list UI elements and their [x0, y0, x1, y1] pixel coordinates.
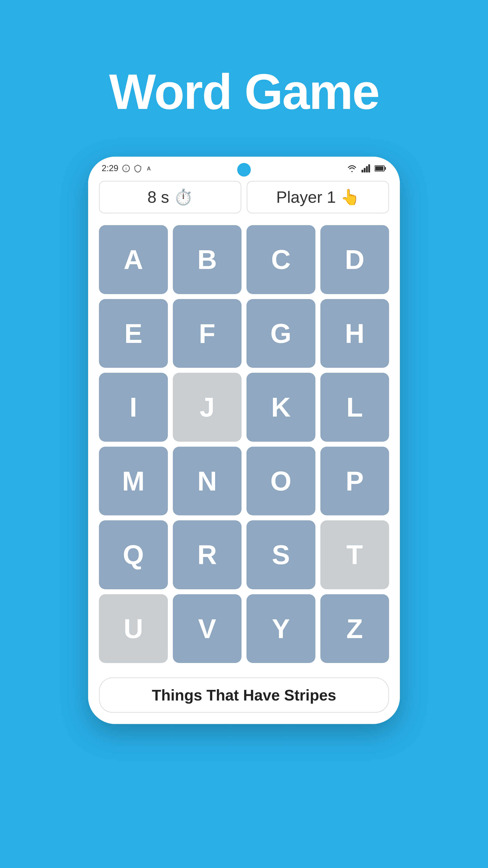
letter-btn-a[interactable]: A — [99, 225, 168, 294]
category-box: Things That Have Stripes — [99, 677, 389, 713]
status-left: 2:29 i A — [102, 163, 154, 173]
letter-grid: ABCDEFGHIJKLMNOPQRSTUVYZ — [88, 221, 400, 670]
letter-btn-d[interactable]: D — [320, 225, 389, 294]
letter-btn-u[interactable]: U — [99, 594, 168, 663]
timer-box[interactable]: 8 s ⏱️ — [99, 181, 241, 213]
letter-btn-b[interactable]: B — [173, 225, 242, 294]
letter-btn-t[interactable]: T — [320, 520, 389, 589]
letter-btn-s[interactable]: S — [247, 520, 315, 589]
svg-rect-9 — [375, 166, 383, 170]
game-header: 8 s ⏱️ Player 1 👆 — [88, 176, 400, 221]
status-right — [347, 164, 386, 173]
timer-icon: ⏱️ — [174, 188, 193, 206]
battery-icon — [375, 164, 386, 173]
letter-btn-m[interactable]: M — [99, 447, 168, 516]
shield-icon — [134, 164, 142, 173]
letter-btn-h[interactable]: H — [320, 299, 389, 368]
time-display: 2:29 — [102, 163, 119, 173]
letter-btn-j[interactable]: J — [173, 373, 242, 442]
letter-btn-y[interactable]: Y — [247, 594, 315, 663]
category-bar: Things That Have Stripes — [88, 670, 400, 724]
letter-btn-g[interactable]: G — [247, 299, 315, 368]
letter-btn-o[interactable]: O — [247, 447, 315, 516]
letter-btn-c[interactable]: C — [247, 225, 315, 294]
letter-btn-e[interactable]: E — [99, 299, 168, 368]
letter-btn-q[interactable]: Q — [99, 520, 168, 589]
phone-frame: 2:29 i A — [88, 157, 400, 724]
svg-text:i: i — [126, 166, 127, 171]
svg-rect-6 — [368, 164, 370, 173]
svg-rect-4 — [364, 168, 365, 173]
letter-btn-f[interactable]: F — [173, 299, 242, 368]
svg-rect-5 — [366, 166, 368, 173]
letter-btn-v[interactable]: V — [173, 594, 242, 663]
letter-btn-k[interactable]: K — [247, 373, 315, 442]
svg-rect-3 — [361, 170, 363, 173]
category-text: Things That Have Stripes — [152, 686, 336, 704]
wifi-icon — [347, 164, 357, 173]
signal-icon — [361, 164, 370, 173]
app-title: Word Game — [109, 63, 379, 121]
timer-value: 8 s — [147, 188, 169, 206]
player-box[interactable]: Player 1 👆 — [247, 181, 389, 213]
svg-rect-8 — [385, 167, 386, 170]
svg-text:A: A — [147, 165, 151, 172]
player-label: Player 1 — [276, 188, 336, 206]
player-icon: 👆 — [340, 188, 360, 206]
letter-btn-z[interactable]: Z — [320, 594, 389, 663]
letter-btn-p[interactable]: P — [320, 447, 389, 516]
letter-btn-l[interactable]: L — [320, 373, 389, 442]
letter-btn-n[interactable]: N — [173, 447, 242, 516]
info-icon: i — [122, 164, 130, 173]
a-icon: A — [145, 164, 154, 173]
camera-notch — [237, 163, 251, 177]
letter-btn-i[interactable]: I — [99, 373, 168, 442]
letter-btn-r[interactable]: R — [173, 520, 242, 589]
